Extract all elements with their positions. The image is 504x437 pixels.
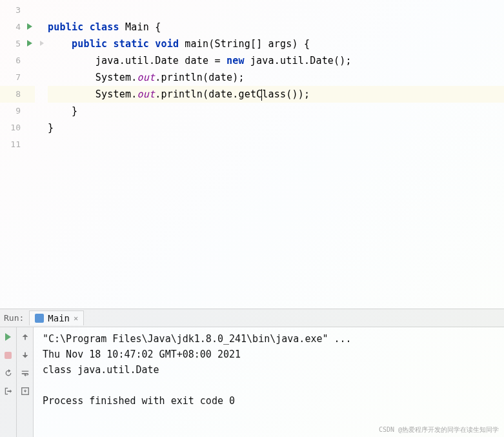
- console-output[interactable]: "C:\Program Files\Java\jdk1.8.0_241\bin\…: [34, 327, 504, 437]
- arrow-up-icon: [21, 332, 30, 341]
- arrow-down-icon: [21, 351, 30, 360]
- console-line-exit: Process finished with exit code 0: [43, 393, 495, 409]
- watermark-text: CSDN @热爱程序开发的同学在读生知同学: [379, 425, 499, 434]
- rerun-button[interactable]: [3, 331, 14, 343]
- gutter-line: 10: [0, 119, 35, 136]
- run-tab-label: Main: [48, 313, 70, 323]
- console-line-cmd: "C:\Program Files\Java\jdk1.8.0_241\bin\…: [43, 331, 495, 347]
- gutter: 3 4 5 6 7 8 9 10 11: [0, 0, 35, 309]
- gutter-line: 9: [0, 103, 35, 119]
- scroll-end-icon: [21, 387, 30, 396]
- gutter-line-current: 8: [0, 86, 35, 103]
- stop-icon: [5, 352, 12, 359]
- stop-button[interactable]: [3, 349, 14, 361]
- exit-icon: [4, 387, 13, 396]
- run-gutter-icon[interactable]: [27, 40, 32, 46]
- gutter-line: 4: [0, 19, 35, 36]
- run-tool-column: [0, 327, 17, 437]
- editor-pane: 3 4 5 6 7 8 9 10 11 public class Main { …: [0, 0, 504, 309]
- code-line: [48, 2, 504, 19]
- code-area[interactable]: public class Main { public static void m…: [35, 0, 504, 309]
- code-line: java.util.Date date = new java.util.Date…: [48, 52, 504, 69]
- soft-wrap-button[interactable]: [19, 367, 31, 379]
- console-line-blank: [43, 378, 495, 393]
- run-label: Run:: [4, 313, 24, 323]
- console-panel: "C:\Program Files\Java\jdk1.8.0_241\bin\…: [0, 327, 504, 437]
- run-tab[interactable]: Main ✕: [29, 310, 84, 325]
- code-line-current: System.out.println(date.getClass());: [48, 86, 504, 103]
- run-toolbar: Run: Main ✕: [0, 309, 504, 327]
- close-icon[interactable]: ✕: [74, 314, 78, 323]
- gutter-line: 7: [0, 69, 35, 86]
- scroll-up-button[interactable]: [19, 331, 31, 343]
- scroll-down-button[interactable]: [19, 349, 31, 361]
- exit-button[interactable]: [3, 385, 14, 397]
- console-line: class java.util.Date: [43, 362, 495, 378]
- code-line: }: [48, 119, 504, 136]
- restart-button[interactable]: [3, 367, 14, 379]
- gutter-line: 3: [0, 2, 35, 19]
- code-line: public static void main(String[] args) {: [48, 36, 504, 52]
- gutter-line: 11: [0, 136, 35, 153]
- console-tool-column: [17, 327, 34, 437]
- gutter-line: 5: [0, 36, 35, 52]
- wrap-icon: [21, 369, 30, 378]
- code-line: }: [48, 103, 504, 119]
- scroll-to-end-button[interactable]: [19, 385, 31, 397]
- code-line: public class Main {: [48, 19, 504, 36]
- app-icon: [35, 314, 44, 323]
- restart-icon: [4, 369, 13, 378]
- console-line: Thu Nov 18 10:47:02 GMT+08:00 2021: [43, 347, 495, 362]
- run-gutter-icon[interactable]: [27, 23, 32, 30]
- gutter-line: 6: [0, 52, 35, 69]
- code-line: System.out.println(date);: [48, 69, 504, 86]
- play-icon: [5, 333, 11, 341]
